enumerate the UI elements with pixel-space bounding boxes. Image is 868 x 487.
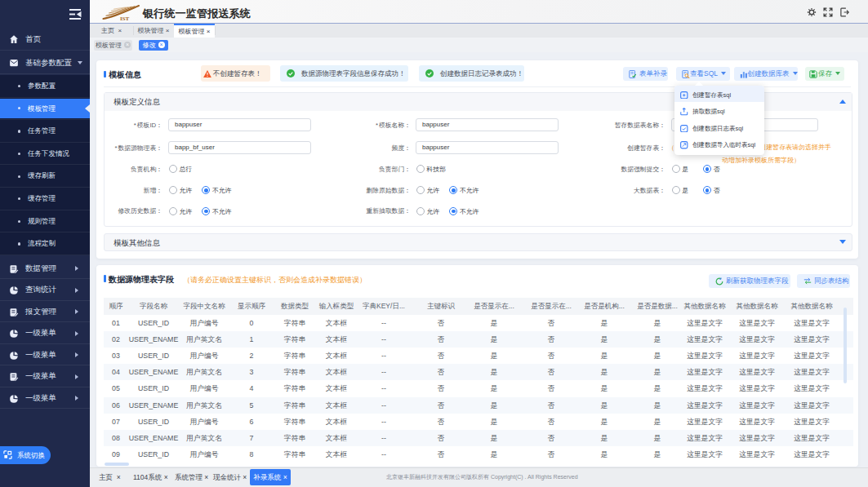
svg-text:IST: IST: [120, 15, 130, 21]
